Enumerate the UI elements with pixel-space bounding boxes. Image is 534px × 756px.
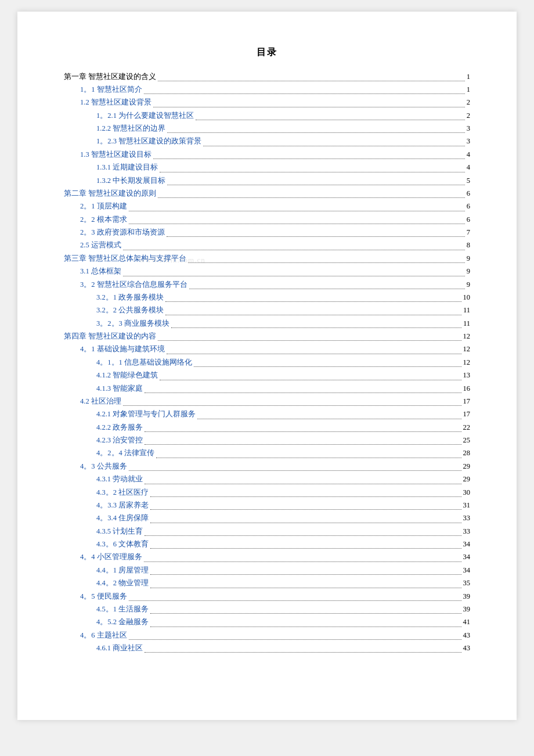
toc-label[interactable]: 第二章 智慧社区建设的原则	[64, 188, 156, 199]
toc-row[interactable]: 4。3.3 居家养老31	[64, 499, 470, 512]
toc-label[interactable]: 1.3.1 近期建设目标	[96, 162, 158, 173]
toc-label[interactable]: 4.5。1 生活服务	[96, 604, 149, 615]
toc-row[interactable]: 4.4。2 物业管理35	[64, 577, 470, 590]
toc-dots	[150, 588, 461, 588]
toc-label[interactable]: 4.3。2 社区医疗	[96, 487, 149, 498]
toc-row[interactable]: 4。1 基础设施与建筑环境12	[64, 343, 470, 356]
toc-row[interactable]: 第三章 智慧社区总体架构与支撑平台9	[64, 252, 470, 265]
toc-label[interactable]: 4.4。1 房屋管理	[96, 565, 149, 576]
toc-label[interactable]: 2.5 运营模式	[80, 240, 121, 251]
toc-label[interactable]: 1。1 智慧社区简介	[80, 84, 142, 95]
toc-label[interactable]: 4。2。4 法律宣传	[96, 448, 154, 459]
toc-row[interactable]: 4。5 便民服务39	[64, 590, 470, 603]
toc-dots	[165, 301, 461, 302]
toc-label[interactable]: 4.1.2 智能绿色建筑	[96, 370, 158, 381]
toc-label[interactable]: 4.6.1 商业社区	[96, 643, 143, 654]
toc-label[interactable]: 4.2.3 治安管控	[96, 435, 143, 446]
toc-row[interactable]: 1。2.1 为什么要建设智慧社区2	[64, 109, 470, 122]
toc-label[interactable]: 4.3。6 文体教育	[96, 539, 149, 550]
toc-label[interactable]: 4。3.3 居家养老	[96, 500, 149, 511]
toc-row[interactable]: 4.3。2 社区医疗30	[64, 486, 470, 499]
toc-row[interactable]: 2。2 根本需求6	[64, 213, 470, 226]
toc-row[interactable]: 4.3。6 文体教育34	[64, 538, 470, 551]
toc-row[interactable]: 4.2 社区治理17	[64, 395, 470, 408]
toc-label[interactable]: 1。2.1 为什么要建设智慧社区	[96, 110, 194, 121]
toc-page-number: 6	[467, 201, 470, 212]
toc-dots	[167, 132, 465, 133]
toc-label[interactable]: 3。2。3 商业服务模块	[96, 318, 169, 329]
toc-label[interactable]: 1.3 智慧社区建设目标	[80, 149, 151, 160]
toc-row[interactable]: 1.2.2 智慧社区的边界3	[64, 123, 470, 135]
toc-label[interactable]: 第三章 智慧社区总体架构与支撑平台	[64, 253, 186, 264]
toc-row[interactable]: 4.5。1 生活服务39	[64, 603, 470, 615]
toc-dots	[153, 159, 465, 159]
toc-row[interactable]: 4.2.2 政务服务22	[64, 421, 470, 434]
toc-row[interactable]: 4.1.3 智能家庭16	[64, 382, 470, 395]
toc-label[interactable]: 4。5 便民服务	[80, 591, 127, 602]
toc-label[interactable]: 4。5.2 金融服务	[96, 617, 149, 628]
toc-page-number: 12	[463, 344, 471, 355]
toc-label[interactable]: 3。2 智慧社区综合信息服务平台	[80, 279, 187, 290]
toc-label[interactable]: 4。6 主题社区	[80, 630, 127, 641]
toc-row[interactable]: 4.6.1 商业社区43	[64, 642, 470, 655]
toc-label[interactable]: 4。3.4 住房保障	[96, 513, 149, 524]
toc-label[interactable]: 3.1 总体框架	[80, 266, 121, 277]
toc-row[interactable]: 4。6 主题社区43	[64, 629, 470, 642]
toc-row[interactable]: 第二章 智慧社区建设的原则6	[64, 187, 470, 200]
toc-page-number: 34	[463, 552, 471, 563]
toc-row[interactable]: 第四章 智慧社区建设的内容12	[64, 330, 470, 343]
toc-label[interactable]: 3.2。1 政务服务模块	[96, 292, 164, 303]
toc-label[interactable]: 4.2 社区治理	[80, 396, 121, 407]
toc-label[interactable]: 4.2.2 政务服务	[96, 422, 143, 433]
toc-row[interactable]: 3.2。2 公共服务模块11	[64, 304, 470, 317]
toc-label[interactable]: 4.3.5 计划生育	[96, 526, 143, 537]
toc-label[interactable]: 2。1 顶层构建	[80, 201, 127, 212]
toc-row[interactable]: 2。3 政府资源和市场资源7	[64, 226, 470, 239]
toc-dots	[144, 93, 465, 94]
toc-row[interactable]: 第一章 智慧社区建设的含义1	[64, 70, 470, 83]
toc-row[interactable]: 4.1.2 智能绿色建筑13	[64, 369, 470, 382]
toc-title: 目录	[64, 46, 470, 59]
toc-dots	[165, 315, 461, 315]
toc-label[interactable]: 4。4 小区管理服务	[80, 552, 142, 563]
toc-label[interactable]: 1.3.2 中长期发展目标	[96, 175, 165, 186]
toc-label[interactable]: 4.4。2 物业管理	[96, 578, 149, 589]
toc-label[interactable]: 3.2。2 公共服务模块	[96, 305, 164, 316]
toc-row[interactable]: 4。3.4 住房保障33	[64, 512, 470, 525]
toc-row[interactable]: 4.4。1 房屋管理34	[64, 564, 470, 577]
toc-label[interactable]: 4。1 基础设施与建筑环境	[80, 344, 165, 355]
toc-row[interactable]: 4.2.3 治安管控25	[64, 434, 470, 447]
toc-row[interactable]: 2.5 运营模式8	[64, 239, 470, 252]
toc-label[interactable]: 1.2.2 智慧社区的边界	[96, 123, 165, 134]
toc-label[interactable]: 2。2 根本需求	[80, 214, 127, 225]
toc-label[interactable]: 4。1。1 信息基础设施网络化	[96, 357, 192, 368]
toc-label[interactable]: 4.3.1 劳动就业	[96, 474, 143, 485]
toc-label[interactable]: 2。3 政府资源和市场资源	[80, 227, 165, 238]
toc-row[interactable]: 1.2 智慧社区建设背景2	[64, 96, 470, 109]
toc-label[interactable]: 第四章 智慧社区建设的内容	[64, 331, 156, 342]
toc-row[interactable]: 4.3.1 劳动就业29	[64, 473, 470, 486]
toc-row[interactable]: 1.3.1 近期建设目标4	[64, 161, 470, 174]
toc-row[interactable]: 4.2.1 对象管理与专门人群服务17	[64, 408, 470, 421]
toc-label[interactable]: 1。2.3 智慧社区建设的政策背景	[96, 136, 201, 147]
toc-row[interactable]: 1。2.3 智慧社区建设的政策背景3	[64, 135, 470, 148]
toc-row[interactable]: 2。1 顶层构建6	[64, 200, 470, 213]
toc-row[interactable]: 1.3 智慧社区建设目标4	[64, 148, 470, 161]
toc-label[interactable]: 4.2.1 对象管理与专门人群服务	[96, 409, 196, 420]
toc-row[interactable]: 3.1 总体框架9	[64, 265, 470, 278]
toc-label[interactable]: 1.2 智慧社区建设背景	[80, 97, 151, 108]
toc-row[interactable]: 4。5.2 金融服务41	[64, 616, 470, 629]
toc-label[interactable]: 第一章 智慧社区建设的含义	[64, 71, 156, 82]
toc-row[interactable]: 3。2。3 商业服务模块11	[64, 317, 470, 330]
toc-label[interactable]: 4。3 公共服务	[80, 461, 127, 472]
toc-row[interactable]: 4。1。1 信息基础设施网络化12	[64, 356, 470, 369]
toc-row[interactable]: 3。2 智慧社区综合信息服务平台9	[64, 278, 470, 291]
toc-row[interactable]: 4。3 公共服务29	[64, 460, 470, 473]
toc-row[interactable]: 3.2。1 政务服务模块10	[64, 291, 470, 304]
toc-row[interactable]: 1.3.2 中长期发展目标5	[64, 174, 470, 187]
toc-row[interactable]: 4。2。4 法律宣传28	[64, 447, 470, 460]
toc-row[interactable]: 4。4 小区管理服务34	[64, 551, 470, 564]
toc-label[interactable]: 4.1.3 智能家庭	[96, 383, 143, 394]
toc-row[interactable]: 1。1 智慧社区简介1	[64, 83, 470, 96]
toc-row[interactable]: 4.3.5 计划生育33	[64, 525, 470, 538]
